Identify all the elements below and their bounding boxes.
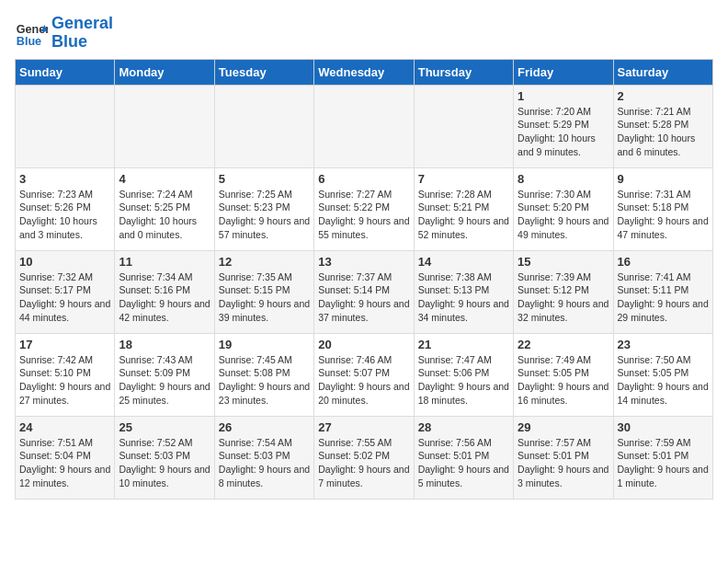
- calendar-cell: [314, 85, 414, 167]
- day-info: Sunrise: 7:25 AM Sunset: 5:23 PM Dayligh…: [219, 188, 310, 242]
- day-info: Sunrise: 7:23 AM Sunset: 5:26 PM Dayligh…: [19, 188, 110, 242]
- calendar-cell: 10Sunrise: 7:32 AM Sunset: 5:17 PM Dayli…: [16, 250, 115, 333]
- logo: General Blue GeneralBlue: [15, 15, 113, 52]
- calendar-cell: 18Sunrise: 7:43 AM Sunset: 5:09 PM Dayli…: [115, 333, 214, 416]
- calendar-cell: 29Sunrise: 7:57 AM Sunset: 5:01 PM Dayli…: [514, 416, 613, 499]
- logo-icon: General Blue: [15, 17, 48, 50]
- calendar-cell: 22Sunrise: 7:49 AM Sunset: 5:05 PM Dayli…: [514, 333, 613, 416]
- calendar-cell: 21Sunrise: 7:47 AM Sunset: 5:06 PM Dayli…: [414, 333, 513, 416]
- weekday-header-tuesday: Tuesday: [214, 59, 313, 85]
- day-number: 12: [219, 255, 310, 269]
- day-number: 25: [119, 420, 210, 434]
- day-number: 5: [219, 172, 310, 186]
- day-info: Sunrise: 7:55 AM Sunset: 5:02 PM Dayligh…: [318, 436, 409, 490]
- day-number: 3: [19, 172, 110, 186]
- calendar-cell: 2Sunrise: 7:21 AM Sunset: 5:28 PM Daylig…: [613, 85, 712, 167]
- day-number: 14: [418, 255, 509, 269]
- day-info: Sunrise: 7:54 AM Sunset: 5:03 PM Dayligh…: [219, 436, 310, 490]
- day-number: 1: [518, 89, 609, 103]
- day-number: 19: [219, 338, 310, 351]
- calendar-cell: 11Sunrise: 7:34 AM Sunset: 5:16 PM Dayli…: [115, 250, 214, 333]
- calendar-cell: 27Sunrise: 7:55 AM Sunset: 5:02 PM Dayli…: [314, 416, 414, 499]
- day-number: 20: [318, 338, 409, 351]
- calendar-cell: 15Sunrise: 7:39 AM Sunset: 5:12 PM Dayli…: [514, 250, 613, 333]
- week-row-2: 3Sunrise: 7:23 AM Sunset: 5:26 PM Daylig…: [16, 167, 713, 250]
- calendar-cell: 17Sunrise: 7:42 AM Sunset: 5:10 PM Dayli…: [16, 333, 115, 416]
- weekday-header-thursday: Thursday: [414, 59, 513, 85]
- day-info: Sunrise: 7:51 AM Sunset: 5:04 PM Dayligh…: [19, 436, 110, 490]
- calendar-cell: [16, 85, 115, 167]
- day-info: Sunrise: 7:27 AM Sunset: 5:22 PM Dayligh…: [318, 188, 409, 242]
- day-number: 23: [618, 338, 709, 351]
- day-number: 22: [518, 338, 609, 351]
- calendar-cell: 1Sunrise: 7:20 AM Sunset: 5:29 PM Daylig…: [514, 85, 613, 167]
- page-header: General Blue GeneralBlue: [15, 15, 713, 52]
- calendar-cell: 19Sunrise: 7:45 AM Sunset: 5:08 PM Dayli…: [214, 333, 313, 416]
- day-info: Sunrise: 7:47 AM Sunset: 5:06 PM Dayligh…: [418, 353, 509, 408]
- calendar-table: SundayMondayTuesdayWednesdayThursdayFrid…: [15, 59, 713, 500]
- calendar-cell: 8Sunrise: 7:30 AM Sunset: 5:20 PM Daylig…: [514, 167, 613, 250]
- calendar-cell: [214, 85, 313, 167]
- day-number: 24: [19, 420, 110, 434]
- day-info: Sunrise: 7:57 AM Sunset: 5:01 PM Dayligh…: [518, 436, 609, 490]
- day-info: Sunrise: 7:41 AM Sunset: 5:11 PM Dayligh…: [618, 270, 709, 325]
- day-info: Sunrise: 7:46 AM Sunset: 5:07 PM Dayligh…: [318, 353, 409, 408]
- calendar-cell: 20Sunrise: 7:46 AM Sunset: 5:07 PM Dayli…: [314, 333, 414, 416]
- day-info: Sunrise: 7:34 AM Sunset: 5:16 PM Dayligh…: [119, 270, 210, 325]
- day-number: 2: [618, 89, 709, 103]
- day-number: 30: [618, 420, 709, 434]
- day-number: 13: [318, 255, 409, 269]
- calendar-cell: 9Sunrise: 7:31 AM Sunset: 5:18 PM Daylig…: [613, 167, 712, 250]
- day-info: Sunrise: 7:24 AM Sunset: 5:25 PM Dayligh…: [119, 188, 210, 242]
- calendar-cell: 23Sunrise: 7:50 AM Sunset: 5:05 PM Dayli…: [613, 333, 712, 416]
- weekday-header-wednesday: Wednesday: [314, 59, 414, 85]
- svg-text:Blue: Blue: [17, 34, 41, 47]
- calendar-cell: 16Sunrise: 7:41 AM Sunset: 5:11 PM Dayli…: [613, 250, 712, 333]
- day-info: Sunrise: 7:59 AM Sunset: 5:01 PM Dayligh…: [618, 436, 709, 490]
- day-info: Sunrise: 7:42 AM Sunset: 5:10 PM Dayligh…: [19, 353, 110, 408]
- day-info: Sunrise: 7:31 AM Sunset: 5:18 PM Dayligh…: [618, 188, 709, 242]
- calendar-cell: 5Sunrise: 7:25 AM Sunset: 5:23 PM Daylig…: [214, 167, 313, 250]
- day-number: 26: [219, 420, 310, 434]
- day-number: 4: [119, 172, 210, 186]
- day-info: Sunrise: 7:20 AM Sunset: 5:29 PM Dayligh…: [518, 105, 609, 159]
- week-row-4: 17Sunrise: 7:42 AM Sunset: 5:10 PM Dayli…: [16, 333, 713, 416]
- day-number: 10: [19, 255, 110, 269]
- calendar-cell: 6Sunrise: 7:27 AM Sunset: 5:22 PM Daylig…: [314, 167, 414, 250]
- day-info: Sunrise: 7:49 AM Sunset: 5:05 PM Dayligh…: [518, 353, 609, 408]
- calendar-cell: 26Sunrise: 7:54 AM Sunset: 5:03 PM Dayli…: [214, 416, 313, 499]
- weekday-header-monday: Monday: [115, 59, 214, 85]
- calendar-cell: 13Sunrise: 7:37 AM Sunset: 5:14 PM Dayli…: [314, 250, 414, 333]
- logo-text: GeneralBlue: [51, 15, 113, 52]
- calendar-cell: 14Sunrise: 7:38 AM Sunset: 5:13 PM Dayli…: [414, 250, 513, 333]
- day-info: Sunrise: 7:56 AM Sunset: 5:01 PM Dayligh…: [418, 436, 509, 490]
- day-number: 28: [418, 420, 509, 434]
- day-info: Sunrise: 7:52 AM Sunset: 5:03 PM Dayligh…: [119, 436, 210, 490]
- day-info: Sunrise: 7:45 AM Sunset: 5:08 PM Dayligh…: [219, 353, 310, 408]
- calendar-cell: [414, 85, 513, 167]
- calendar-cell: 25Sunrise: 7:52 AM Sunset: 5:03 PM Dayli…: [115, 416, 214, 499]
- day-info: Sunrise: 7:43 AM Sunset: 5:09 PM Dayligh…: [119, 353, 210, 408]
- weekday-header-sunday: Sunday: [16, 59, 115, 85]
- calendar-cell: [115, 85, 214, 167]
- calendar-cell: 7Sunrise: 7:28 AM Sunset: 5:21 PM Daylig…: [414, 167, 513, 250]
- day-info: Sunrise: 7:38 AM Sunset: 5:13 PM Dayligh…: [418, 270, 509, 325]
- day-number: 11: [119, 255, 210, 269]
- calendar-cell: 4Sunrise: 7:24 AM Sunset: 5:25 PM Daylig…: [115, 167, 214, 250]
- day-number: 29: [518, 420, 609, 434]
- day-number: 27: [318, 420, 409, 434]
- day-number: 21: [418, 338, 509, 351]
- day-number: 7: [418, 172, 509, 186]
- day-number: 17: [19, 338, 110, 351]
- calendar-header: SundayMondayTuesdayWednesdayThursdayFrid…: [16, 59, 713, 85]
- day-number: 9: [618, 172, 709, 186]
- day-number: 8: [518, 172, 609, 186]
- weekday-header-friday: Friday: [514, 59, 613, 85]
- week-row-1: 1Sunrise: 7:20 AM Sunset: 5:29 PM Daylig…: [16, 85, 713, 167]
- day-number: 15: [518, 255, 609, 269]
- day-number: 16: [618, 255, 709, 269]
- day-info: Sunrise: 7:32 AM Sunset: 5:17 PM Dayligh…: [19, 270, 110, 325]
- weekday-header-saturday: Saturday: [613, 59, 712, 85]
- week-row-5: 24Sunrise: 7:51 AM Sunset: 5:04 PM Dayli…: [16, 416, 713, 499]
- week-row-3: 10Sunrise: 7:32 AM Sunset: 5:17 PM Dayli…: [16, 250, 713, 333]
